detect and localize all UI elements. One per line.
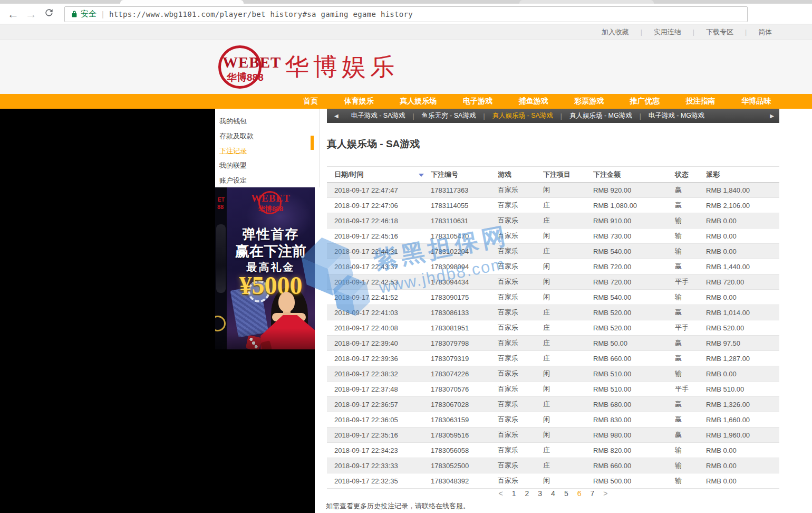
promo-banner[interactable]: WEBET 华博888 弹性首存 赢在下注前 最高礼金 ¥5000 ET 88 [215, 187, 315, 349]
history-tab[interactable]: 电子游戏 - SA游戏 [351, 111, 405, 120]
cell-date: 2018-09-17 22:37:48 [334, 385, 431, 393]
pagination-page[interactable]: 7 [590, 489, 594, 498]
column-header-bet-item[interactable]: 下注项目 [543, 170, 593, 179]
url-text: https://www.wbg1101.com/player/bet_histo… [109, 10, 413, 18]
cell-amount: RMB 830.00 [593, 416, 675, 424]
nav-item[interactable]: 电子游戏 [463, 97, 492, 106]
browser-active-tab[interactable] [120, 0, 244, 4]
utility-link[interactable]: 简体 [758, 27, 772, 37]
sidebar-item[interactable]: 下注记录 [219, 144, 319, 158]
nav-item[interactable]: 真人娱乐场 [400, 97, 437, 106]
sidebar-menu: 我的钱包存款及取款下注记录我的联盟账户设定 [215, 109, 320, 187]
sidebar-item[interactable]: 我的钱包 [219, 114, 319, 129]
cell-game: 百家乐 [498, 476, 543, 486]
cell-bet-item: 闲 [543, 231, 593, 241]
pagination-page[interactable]: 2 [525, 489, 529, 498]
cell-bet-id: 1783059516 [431, 431, 498, 439]
cell-bet-item: 闲 [543, 262, 593, 271]
history-tab[interactable]: 真人娱乐场 - MG游戏 [569, 111, 632, 120]
history-tab[interactable]: 真人娱乐场 - SA游戏 [492, 111, 553, 120]
refresh-icon[interactable] [40, 7, 58, 21]
cell-amount: RMB 910.00 [593, 217, 675, 225]
nav-item[interactable]: 华博品味 [741, 97, 771, 106]
cell-status: 赢 [675, 201, 706, 210]
history-tab[interactable]: 鱼乐无穷 - SA游戏 [422, 111, 476, 120]
cell-amount: RMB 520.00 [593, 309, 675, 317]
cell-amount: RMB 720.00 [593, 278, 675, 286]
cell-date: 2018-09-17 22:45:16 [334, 232, 431, 240]
cell-payout: RMB 1,287.00 [706, 355, 779, 363]
banner-logo: WEBET 华博888 [227, 193, 315, 214]
cell-amount: RMB 730.00 [593, 232, 675, 240]
table-row: 2018-09-17 22:40:081783081951百家乐庄RMB 520… [327, 320, 779, 336]
table-row: 2018-09-17 22:47:061783114055百家乐庄RMB 1,0… [327, 198, 779, 213]
cell-bet-item: 庄 [543, 246, 593, 256]
cell-amount: RMB 920.00 [593, 186, 675, 194]
cell-payout: RMB 0.00 [706, 446, 779, 454]
column-header-bet-id[interactable]: 下注编号 [431, 170, 498, 179]
cell-amount: RMB 510.00 [593, 385, 675, 393]
separator: | [483, 112, 485, 120]
pagination: <1234567> [327, 489, 779, 498]
column-header-amount[interactable]: 下注金额 [593, 170, 675, 179]
column-header-date[interactable]: 日期/时间 [334, 170, 431, 179]
pagination-page[interactable]: 6 [577, 489, 582, 498]
cell-bet-id: 1783098094 [431, 263, 498, 271]
nav-item[interactable]: 首页 [303, 97, 318, 106]
sidebar-item[interactable]: 存款及取款 [219, 129, 319, 144]
sidebar-active-indicator [311, 136, 314, 150]
column-header-payout[interactable]: 派彩 [706, 170, 779, 179]
cell-status: 赢 [675, 185, 706, 195]
cell-game: 百家乐 [498, 323, 543, 332]
nav-item[interactable]: 推广优惠 [630, 97, 660, 106]
pagination-prev-icon[interactable]: < [499, 489, 503, 498]
table-body: 2018-09-17 22:47:471783117363百家乐闲RMB 920… [327, 183, 779, 489]
forward-arrow-icon[interactable]: → [22, 7, 40, 21]
cell-bet-item: 闲 [543, 476, 593, 486]
sort-desc-icon[interactable] [419, 174, 424, 177]
nav-item[interactable]: 彩票游戏 [574, 97, 604, 106]
pagination-page[interactable]: 4 [551, 489, 555, 498]
column-header-status[interactable]: 状态 [675, 170, 706, 179]
cell-date: 2018-09-17 22:39:36 [334, 355, 431, 363]
nav-item[interactable]: 投注指南 [685, 97, 715, 106]
pagination-page[interactable]: 5 [564, 489, 568, 498]
cell-payout: RMB 1,840.00 [706, 186, 779, 194]
bet-history-table: 日期/时间下注编号游戏下注项目下注金额状态派彩 2018-09-17 22:47… [327, 166, 779, 489]
tabs-prev-icon[interactable]: ◀ [334, 113, 339, 119]
table-row: 2018-09-17 22:35:161783059516百家乐闲RMB 980… [327, 428, 779, 443]
table-row: 2018-09-17 22:37:481783070576百家乐闲RMB 510… [327, 382, 779, 397]
cell-payout: RMB 0.00 [706, 462, 779, 470]
cell-bet-id: 1783079798 [431, 339, 498, 347]
nav-item[interactable]: 捕鱼游戏 [519, 97, 548, 106]
utility-link[interactable]: 下载专区 [706, 27, 733, 37]
cell-bet-id: 1783056058 [431, 446, 498, 454]
table-row: 2018-09-17 22:36:571783067028百家乐庄RMB 680… [327, 397, 779, 412]
site-logo[interactable]: WEBET 华博888 华博娱乐 [215, 43, 399, 91]
history-tab-bar: ◀ 电子游戏 - SA游戏|鱼乐无穷 - SA游戏|真人娱乐场 - SA游戏|真… [327, 109, 779, 123]
table-row: 2018-09-17 22:34:231783056058百家乐庄RMB 820… [327, 443, 779, 458]
cell-amount: RMB 540.00 [593, 293, 675, 301]
pagination-next-icon[interactable]: > [603, 489, 607, 498]
tabs-next-icon[interactable]: ▶ [770, 113, 774, 119]
nav-item[interactable]: 体育娱乐 [344, 97, 374, 106]
cell-amount: RMB 720.00 [593, 263, 675, 271]
browser-address-bar[interactable]: 安全 | https://www.wbg1101.com/player/bet_… [64, 6, 748, 22]
history-tab[interactable]: 电子游戏 - MG游戏 [649, 111, 704, 120]
sidebar-item[interactable]: 账户设定 [219, 173, 319, 188]
pagination-page[interactable]: 1 [512, 489, 516, 498]
cell-payout: RMB 2,106.00 [706, 202, 779, 210]
cell-game: 百家乐 [498, 430, 543, 440]
pagination-page[interactable]: 3 [538, 489, 542, 498]
column-header-game[interactable]: 游戏 [498, 170, 543, 179]
utility-link[interactable]: 实用连结 [654, 27, 681, 37]
sidebar-item[interactable]: 我的联盟 [219, 158, 319, 173]
cell-bet-item: 庄 [543, 400, 593, 409]
utility-link[interactable]: 加入收藏 [602, 27, 629, 37]
cell-bet-id: 1783086133 [431, 309, 498, 317]
main-nav: 首页体育娱乐真人娱乐场电子游戏捕鱼游戏彩票游戏推广优惠投注指南华博品味 [0, 94, 812, 109]
cell-game: 百家乐 [498, 445, 543, 455]
browser-background-tab[interactable] [519, 0, 654, 4]
back-arrow-icon[interactable]: ← [4, 7, 22, 21]
cell-date: 2018-09-17 22:41:03 [334, 309, 431, 317]
